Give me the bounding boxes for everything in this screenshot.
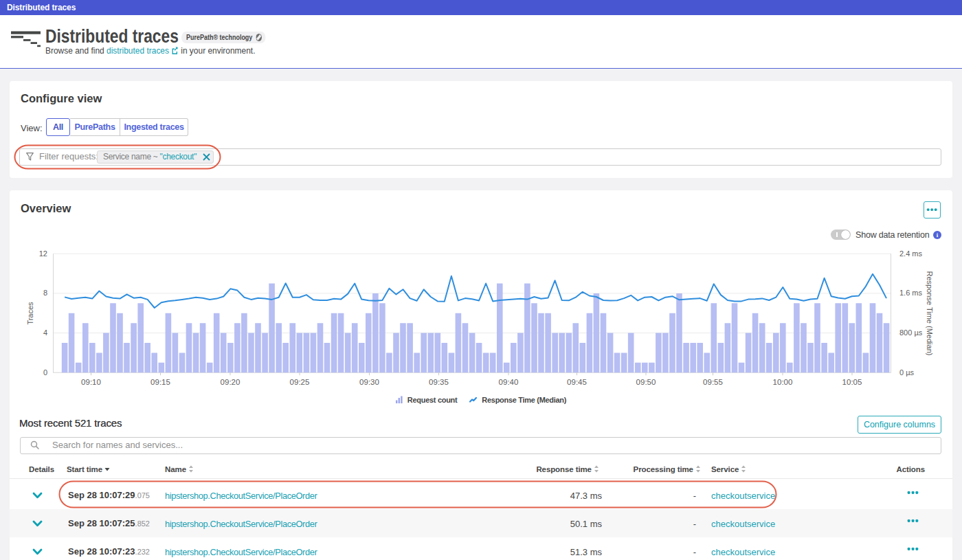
svg-text:09:25: 09:25	[290, 378, 310, 386]
svg-text:0 µs: 0 µs	[899, 368, 915, 377]
svg-text:4: 4	[43, 328, 47, 337]
svg-text:09:15: 09:15	[150, 378, 170, 386]
svg-text:10:00: 10:00	[773, 378, 793, 386]
svg-text:1.6 ms: 1.6 ms	[899, 289, 923, 297]
svg-text:Response Time (Median): Response Time (Median)	[926, 271, 934, 356]
svg-text:2.4 ms: 2.4 ms	[899, 249, 923, 258]
svg-text:09:20: 09:20	[221, 378, 240, 386]
svg-text:8: 8	[43, 289, 47, 297]
svg-text:09:40: 09:40	[499, 378, 519, 386]
svg-text:09:35: 09:35	[429, 378, 449, 386]
svg-text:09:55: 09:55	[703, 378, 723, 386]
svg-text:800 µs: 800 µs	[899, 328, 923, 337]
svg-text:09:45: 09:45	[567, 378, 587, 386]
svg-text:Traces: Traces	[26, 302, 34, 325]
svg-text:09:50: 09:50	[636, 378, 656, 386]
svg-text:0: 0	[43, 368, 47, 377]
svg-text:10:05: 10:05	[842, 378, 862, 386]
svg-text:12: 12	[39, 249, 47, 258]
svg-text:09:10: 09:10	[81, 378, 101, 386]
svg-text:09:30: 09:30	[359, 378, 379, 386]
